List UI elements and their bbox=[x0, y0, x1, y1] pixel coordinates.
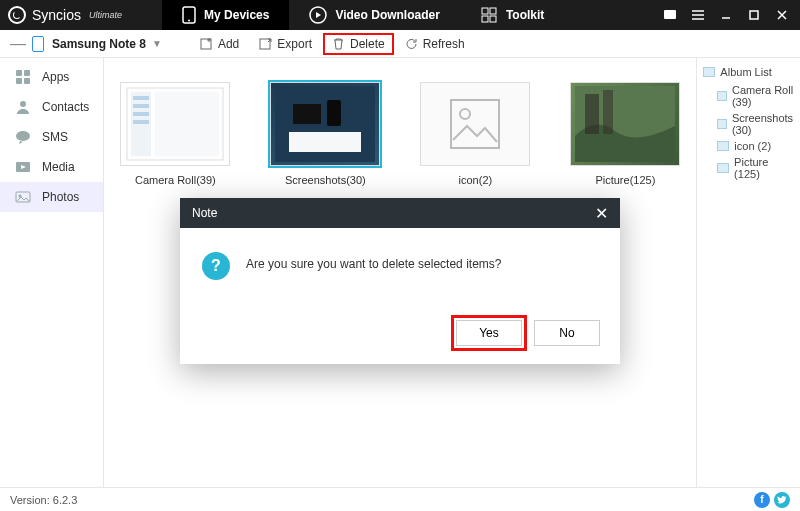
minimize-button[interactable] bbox=[716, 5, 736, 25]
status-bar: Version: 6.2.3 f bbox=[0, 487, 800, 511]
dialog-message: Are you sure you want to delete selected… bbox=[246, 252, 501, 271]
svg-rect-22 bbox=[155, 92, 219, 156]
folder-icon bbox=[717, 163, 729, 173]
apps-icon bbox=[14, 68, 32, 86]
refresh-button[interactable]: Refresh bbox=[397, 34, 473, 54]
svg-rect-14 bbox=[24, 78, 30, 84]
photos-icon bbox=[14, 188, 32, 206]
nav-video-label: Video Downloader bbox=[335, 8, 439, 22]
svg-rect-7 bbox=[664, 10, 676, 19]
svg-point-32 bbox=[460, 109, 470, 119]
media-icon bbox=[14, 158, 32, 176]
album-label: icon(2) bbox=[459, 174, 493, 186]
nav-toolkit[interactable]: Toolkit bbox=[460, 0, 564, 30]
phone-icon bbox=[182, 6, 196, 24]
menu-icon[interactable] bbox=[688, 5, 708, 25]
svg-rect-10 bbox=[260, 39, 270, 49]
version-label: Version: 6.2.3 bbox=[10, 494, 77, 506]
toolbar: Add Export Delete Refresh bbox=[192, 30, 473, 57]
album-thumb-picture bbox=[570, 82, 680, 166]
device-bar: — Samsung Note 8 ▼ Add Export Delete Ref… bbox=[0, 30, 800, 58]
svg-rect-30 bbox=[289, 132, 361, 152]
svg-rect-23 bbox=[133, 96, 149, 100]
nav-my-devices[interactable]: My Devices bbox=[162, 0, 289, 30]
album-label: Picture(125) bbox=[595, 174, 655, 186]
album-list-screenshots[interactable]: Screenshots (30) bbox=[703, 110, 795, 138]
svg-rect-3 bbox=[482, 8, 488, 14]
svg-rect-4 bbox=[490, 8, 496, 14]
folder-icon bbox=[703, 67, 715, 77]
album-list-panel: Album List Camera Roll (39) Screenshots … bbox=[696, 58, 800, 487]
sidebar-item-sms[interactable]: SMS bbox=[0, 122, 103, 152]
social-links: f bbox=[754, 492, 790, 508]
question-icon: ? bbox=[202, 252, 230, 280]
svg-rect-34 bbox=[585, 94, 599, 134]
refresh-icon bbox=[405, 37, 418, 50]
dialog-title: Note bbox=[192, 206, 217, 220]
yes-button[interactable]: Yes bbox=[456, 320, 522, 346]
album-label: Screenshots(30) bbox=[285, 174, 366, 186]
device-back-icon[interactable]: — bbox=[10, 36, 26, 52]
delete-button[interactable]: Delete bbox=[324, 34, 393, 54]
nav-devices-label: My Devices bbox=[204, 8, 269, 22]
device-name[interactable]: Samsung Note 8 bbox=[52, 37, 146, 51]
svg-rect-5 bbox=[482, 16, 488, 22]
refresh-label: Refresh bbox=[423, 37, 465, 51]
dialog-close-button[interactable]: ✕ bbox=[595, 204, 608, 223]
add-icon bbox=[200, 37, 213, 50]
folder-icon bbox=[717, 119, 727, 129]
sms-icon bbox=[14, 128, 32, 146]
album-list-picture[interactable]: Picture (125) bbox=[703, 154, 795, 182]
svg-rect-12 bbox=[24, 70, 30, 76]
svg-rect-25 bbox=[133, 112, 149, 116]
twitter-icon[interactable] bbox=[774, 492, 790, 508]
nav-toolkit-label: Toolkit bbox=[506, 8, 544, 22]
folder-icon bbox=[717, 91, 727, 101]
folder-icon bbox=[717, 141, 729, 151]
messages-icon[interactable] bbox=[660, 5, 680, 25]
no-button[interactable]: No bbox=[534, 320, 600, 346]
play-icon bbox=[309, 6, 327, 24]
svg-rect-8 bbox=[750, 11, 758, 19]
device-phone-icon bbox=[32, 36, 44, 52]
dialog-body: ? Are you sure you want to delete select… bbox=[180, 228, 620, 310]
svg-point-1 bbox=[188, 20, 190, 22]
dialog-header: Note ✕ bbox=[180, 198, 620, 228]
svg-rect-6 bbox=[490, 16, 496, 22]
album-list-title: Album List bbox=[703, 66, 795, 78]
svg-rect-28 bbox=[293, 104, 321, 124]
album-list-camera[interactable]: Camera Roll (39) bbox=[703, 82, 795, 110]
album-thumb-icon bbox=[420, 82, 530, 166]
album-thumb-camera bbox=[120, 82, 230, 166]
svg-rect-11 bbox=[16, 70, 22, 76]
add-button[interactable]: Add bbox=[192, 34, 247, 54]
svg-point-16 bbox=[16, 131, 30, 141]
album-list-icon[interactable]: icon (2) bbox=[703, 138, 795, 154]
svg-rect-31 bbox=[451, 100, 499, 148]
svg-rect-35 bbox=[603, 90, 613, 134]
sidebar-item-contacts[interactable]: Contacts bbox=[0, 92, 103, 122]
sidebar-photos-label: Photos bbox=[42, 190, 79, 204]
svg-rect-29 bbox=[327, 100, 341, 126]
sidebar-item-apps[interactable]: Apps bbox=[0, 62, 103, 92]
svg-rect-13 bbox=[16, 78, 22, 84]
export-icon bbox=[259, 37, 272, 50]
close-button[interactable] bbox=[772, 5, 792, 25]
sidebar-contacts-label: Contacts bbox=[42, 100, 89, 114]
export-label: Export bbox=[277, 37, 312, 51]
chevron-down-icon[interactable]: ▼ bbox=[152, 38, 162, 49]
nav-video-downloader[interactable]: Video Downloader bbox=[289, 0, 459, 30]
sidebar: Apps Contacts SMS Media Photos bbox=[0, 58, 104, 487]
confirm-dialog: Note ✕ ? Are you sure you want to delete… bbox=[180, 198, 620, 364]
svg-rect-26 bbox=[133, 120, 149, 124]
album-label: Camera Roll(39) bbox=[135, 174, 216, 186]
title-bar: Syncios Ultimate My Devices Video Downlo… bbox=[0, 0, 800, 30]
syncios-logo-icon bbox=[8, 6, 26, 24]
maximize-button[interactable] bbox=[744, 5, 764, 25]
facebook-icon[interactable]: f bbox=[754, 492, 770, 508]
sidebar-item-photos[interactable]: Photos bbox=[0, 182, 103, 212]
window-controls bbox=[660, 5, 792, 25]
add-label: Add bbox=[218, 37, 239, 51]
export-button[interactable]: Export bbox=[251, 34, 320, 54]
sidebar-item-media[interactable]: Media bbox=[0, 152, 103, 182]
